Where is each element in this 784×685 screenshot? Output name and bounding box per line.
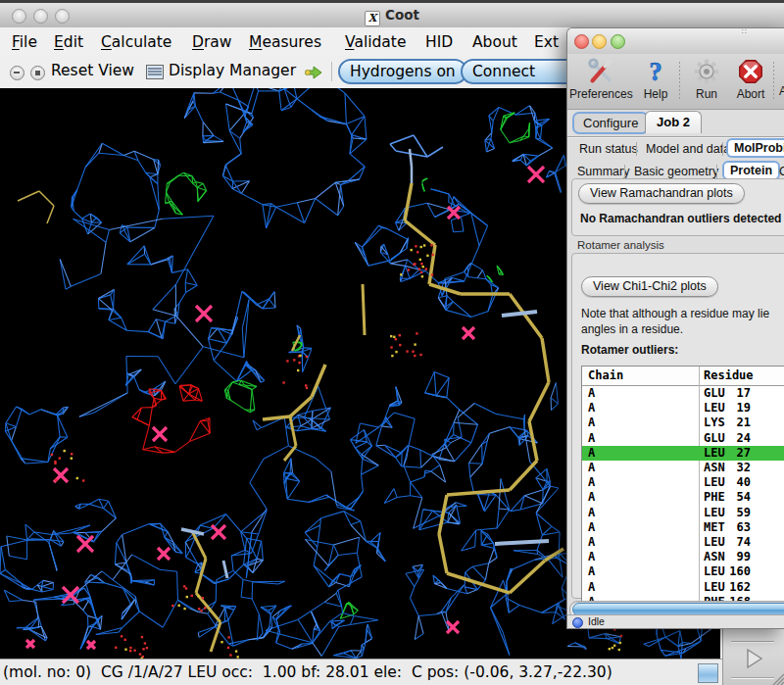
- toolbar-separator: [773, 62, 774, 101]
- help-button[interactable]: ?Help: [636, 57, 675, 101]
- menu-file[interactable]: File: [10, 31, 39, 53]
- toolbar-separator: [331, 62, 332, 81]
- tab-job-2[interactable]: Job 2: [645, 111, 702, 133]
- tab-summary[interactable]: Summary: [577, 165, 629, 178]
- tab-separator: [716, 165, 717, 178]
- table-header[interactable]: Chain Residue: [582, 367, 784, 386]
- notebook-rule: [567, 136, 784, 137]
- menu-validate[interactable]: Validate: [343, 31, 408, 53]
- table-row[interactable]: ALEU160: [582, 564, 784, 579]
- table-row[interactable]: ALEU27: [582, 446, 784, 461]
- menu-calculate[interactable]: Calculate: [99, 31, 173, 53]
- tab-basic-geometry[interactable]: Basic geometry: [634, 165, 718, 178]
- go-arrow-icon[interactable]: [304, 66, 323, 79]
- reset-view-button[interactable]: Reset View: [51, 62, 134, 79]
- main-statusbar: (mol. no: 0) CG /1/A/27 LEU occ: 1.00 bf…: [0, 659, 725, 685]
- idle-status-text: Idle: [588, 615, 605, 627]
- ramachandran-message: No Ramachandran outliers detected: [580, 212, 781, 225]
- menu-hid[interactable]: HID: [423, 31, 455, 53]
- view-chi1-chi2-plots-button[interactable]: View Chi1-Chi2 plots: [581, 276, 718, 297]
- dialog-minimize-icon[interactable]: [592, 34, 607, 49]
- column-header-chain[interactable]: Chain: [588, 368, 623, 382]
- tab-configure[interactable]: Configure: [574, 114, 647, 132]
- tab-separator: [722, 142, 723, 156]
- tab-run-status[interactable]: Run status: [579, 142, 638, 156]
- help-icon: ?: [641, 57, 670, 86]
- dialog-titlebar: ∷: [567, 28, 784, 55]
- dialog-zoom-icon[interactable]: [611, 34, 625, 49]
- abort-button[interactable]: Abort: [728, 57, 773, 101]
- table-row[interactable]: AASN32: [582, 461, 784, 475]
- play-icon[interactable]: [743, 648, 766, 669]
- record-view-icon[interactable]: [30, 66, 45, 80]
- rotamer-outliers-table[interactable]: Chain Residue AGLU17ALEU19ALYS21AGLU24AL…: [581, 366, 784, 602]
- table-row[interactable]: AMET63: [582, 520, 784, 535]
- menu-draw[interactable]: Draw: [190, 31, 234, 53]
- table-row[interactable]: ALYS21: [582, 416, 784, 430]
- panel-divider: [731, 641, 774, 642]
- molprobity-dialog: ∷ A Preferences?HelpRunAbort Configure J…: [566, 27, 784, 629]
- tab-separator: [624, 165, 625, 178]
- tab-clashes[interactable]: Cl: [779, 165, 784, 178]
- menu-ext[interactable]: Ext: [532, 31, 561, 53]
- coot-application: XCoot FileEditCalculateDrawMeasuresValid…: [0, 0, 784, 685]
- toolbar-separator: [679, 62, 680, 101]
- abort-icon: [736, 57, 765, 86]
- column-header-residue[interactable]: Residue: [704, 368, 754, 382]
- hydrogens-toggle-button[interactable]: Hydrogens on: [338, 59, 467, 84]
- dialog-statusbar: Idle: [567, 614, 784, 628]
- table-row[interactable]: APHE54: [582, 490, 784, 505]
- tools-icon: [586, 57, 615, 86]
- status-color-swatch: [698, 663, 718, 683]
- table-row[interactable]: ALEU162: [582, 580, 784, 595]
- menu-about[interactable]: About: [470, 31, 519, 53]
- window-title: XCoot: [0, 7, 784, 26]
- tab-protein[interactable]: Protein: [724, 163, 778, 178]
- view-ramachandran-plots-button[interactable]: View Ramachandran plots: [578, 183, 745, 204]
- preferences-button[interactable]: Preferences: [569, 57, 632, 101]
- display-manager-button[interactable]: Display Manager: [169, 62, 296, 79]
- rotamer-note-line2: angles in a residue.: [581, 322, 683, 336]
- table-row[interactable]: ALEU40: [582, 475, 784, 490]
- gear-icon: [692, 57, 721, 86]
- display-manager-icon[interactable]: [146, 65, 164, 79]
- rotamer-note-line1: Note that although a residue may lie: [581, 307, 769, 320]
- svg-text:?: ?: [649, 58, 662, 86]
- main-titlebar: XCoot: [0, 3, 784, 28]
- side-panel: [722, 627, 784, 685]
- table-row[interactable]: AASN99: [582, 550, 784, 564]
- tab-molprobity[interactable]: MolProbity: [728, 140, 784, 156]
- panel-divider: [731, 677, 774, 678]
- tab-model-and-data[interactable]: Model and data: [646, 142, 730, 156]
- table-row[interactable]: ALEU59: [582, 506, 784, 520]
- rotamer-outliers-label: Rotamer outliers:: [581, 343, 678, 357]
- status-dot-icon: [572, 617, 583, 628]
- table-row[interactable]: ALEU19: [582, 401, 784, 416]
- run-button[interactable]: Run: [687, 57, 726, 101]
- menu-edit[interactable]: Edit: [52, 31, 85, 53]
- x11-icon: X: [365, 11, 380, 26]
- table-row[interactable]: ALEU74: [582, 535, 784, 550]
- table-row[interactable]: AGLU24: [582, 431, 784, 446]
- rotamer-frame-label: Rotamer analysis: [577, 239, 664, 251]
- dialog-close-icon[interactable]: [574, 34, 589, 49]
- tab-separator: [636, 142, 637, 156]
- dialog-toolbar: A Preferences?HelpRunAbort: [567, 54, 784, 110]
- ramachandran-frame: View Ramachandran plots No Ramachandran …: [571, 178, 784, 236]
- undo-nav-icon[interactable]: [10, 66, 24, 80]
- clipped-toolbar-label: A: [779, 83, 784, 98]
- dialog-grip-icon: ∷: [742, 30, 748, 34]
- table-row[interactable]: AGLU17: [582, 386, 784, 401]
- atom-status-text: (mol. no: 0) CG /1/A/27 LEU occ: 1.00 bf…: [3, 663, 612, 681]
- menu-measures[interactable]: Measures: [247, 31, 323, 53]
- resize-grip-icon[interactable]: [769, 670, 784, 685]
